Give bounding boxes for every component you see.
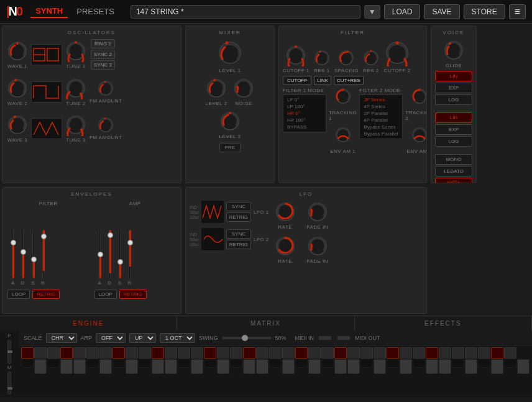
- matrix-tab[interactable]: MATRIX: [177, 316, 354, 331]
- step-2[interactable]: [34, 347, 47, 359]
- filter2-2pp[interactable]: 2P Parallel: [361, 110, 401, 117]
- tune1-knob[interactable]: [65, 40, 87, 62]
- wave3-knob[interactable]: [6, 114, 29, 136]
- tracking1-knob[interactable]: [334, 88, 352, 105]
- lin-button2[interactable]: LIN: [435, 112, 472, 123]
- step-17[interactable]: [230, 347, 242, 359]
- piano-key-b11[interactable]: [321, 359, 334, 368]
- piano-key-b16[interactable]: [478, 359, 490, 368]
- exp-button2[interactable]: EXP: [435, 124, 472, 135]
- scale-select[interactable]: CHR: [46, 333, 77, 343]
- lin-button1[interactable]: LIN: [435, 71, 472, 81]
- tracking2-knob[interactable]: [411, 88, 427, 105]
- piano-key-b15[interactable]: [452, 359, 464, 368]
- cutoff1-knob[interactable]: [285, 44, 307, 66]
- step-30[interactable]: [400, 347, 412, 359]
- amp-retrig-button[interactable]: RETRIG: [119, 290, 147, 299]
- piano-key-w8[interactable]: [191, 359, 203, 374]
- piano-key-b10[interactable]: [295, 359, 308, 368]
- piano-key-b8[interactable]: [230, 359, 242, 368]
- tab-synth[interactable]: SYNTH: [30, 5, 68, 18]
- step-24[interactable]: [321, 347, 334, 359]
- piano-key-w2[interactable]: [60, 359, 73, 374]
- piano-key-b4[interactable]: [112, 359, 125, 368]
- lfo2-sync-button[interactable]: SYNC: [226, 229, 251, 239]
- res1-knob[interactable]: [313, 49, 331, 66]
- step-21[interactable]: [282, 347, 295, 359]
- piano-key-w21[interactable]: [491, 359, 503, 374]
- envam2-knob[interactable]: [411, 126, 427, 144]
- step-35[interactable]: [465, 347, 477, 359]
- mod-slider[interactable]: [7, 372, 11, 395]
- filter-r-slider[interactable]: R: [41, 229, 45, 286]
- piano-key-w6[interactable]: [152, 359, 164, 374]
- piano-key-b6[interactable]: [178, 359, 190, 368]
- filter1-lp180[interactable]: LP 180°: [285, 103, 324, 110]
- filter1-hp0[interactable]: HP 0°: [285, 110, 324, 117]
- piano-key-w9[interactable]: [217, 359, 229, 374]
- filter-retrig-button[interactable]: RETRIG: [32, 290, 60, 299]
- piano-key-b17[interactable]: [504, 359, 516, 368]
- level1-knob[interactable]: [216, 39, 244, 66]
- amp-r-slider[interactable]: R: [127, 229, 131, 286]
- step-16[interactable]: [217, 347, 229, 359]
- level3-knob[interactable]: [219, 110, 241, 132]
- filter-d-slider[interactable]: D: [21, 229, 25, 286]
- filter2-4pp[interactable]: 4P Parallel: [361, 117, 401, 124]
- log-button1[interactable]: LOG: [435, 94, 472, 105]
- step-29[interactable]: [387, 347, 399, 359]
- cutoff2-knob[interactable]: [383, 39, 411, 66]
- step-32[interactable]: [426, 347, 438, 359]
- piano-key-w10[interactable]: [243, 359, 255, 374]
- step-33[interactable]: [439, 347, 451, 359]
- piano-key-w17[interactable]: [400, 359, 412, 374]
- piano-key-w3[interactable]: [73, 359, 86, 374]
- step-26[interactable]: [347, 347, 360, 359]
- piano-key-w1[interactable]: [34, 359, 47, 374]
- filter1-lp0[interactable]: LP 0°: [285, 96, 324, 103]
- filter-loop-button[interactable]: LOOP: [7, 290, 30, 299]
- glide-knob[interactable]: [443, 39, 465, 62]
- step-5[interactable]: [73, 347, 86, 359]
- exp-button1[interactable]: EXP: [435, 83, 472, 93]
- piano-key-w5[interactable]: [126, 359, 138, 374]
- lfo1-sync-button[interactable]: SYNC: [226, 202, 251, 211]
- piano-key-w7[interactable]: [165, 359, 177, 374]
- step-22[interactable]: [295, 347, 308, 359]
- log-button2[interactable]: LOG: [435, 136, 472, 147]
- save-button[interactable]: SAVE: [424, 4, 459, 19]
- step-19[interactable]: [256, 347, 268, 359]
- dir-select[interactable]: UP: [129, 333, 156, 343]
- amp-s-slider[interactable]: S: [118, 229, 122, 286]
- piano-key-w11[interactable]: [256, 359, 268, 374]
- step-9[interactable]: [126, 347, 138, 359]
- lfo1-retrig-button[interactable]: RETRIG: [226, 212, 251, 222]
- mono-button[interactable]: MONO: [435, 154, 472, 165]
- para-button[interactable]: PARA: [435, 178, 472, 183]
- piano-key-b1[interactable]: [21, 359, 34, 368]
- pitch-slider[interactable]: [7, 340, 11, 363]
- piano-key-w4[interactable]: [99, 359, 112, 374]
- step-25[interactable]: [334, 347, 347, 359]
- step-34[interactable]: [452, 347, 464, 359]
- step-10[interactable]: [139, 347, 151, 359]
- lfo1-rate-knob[interactable]: [274, 201, 296, 223]
- step-7[interactable]: [99, 347, 112, 359]
- step-4[interactable]: [60, 347, 73, 359]
- sync2-button[interactable]: SYNC 2: [91, 50, 115, 59]
- store-button[interactable]: STORE: [464, 4, 505, 19]
- step-6[interactable]: [86, 347, 99, 359]
- piano-key-w22[interactable]: [517, 359, 530, 374]
- step-28[interactable]: [374, 347, 386, 359]
- step-14[interactable]: [191, 347, 203, 359]
- menu-button[interactable]: ≡: [509, 4, 526, 19]
- piano-key-b13[interactable]: [387, 359, 399, 368]
- noise-knob[interactable]: [232, 77, 255, 99]
- piano-key-w18[interactable]: [426, 359, 438, 374]
- swing-slider[interactable]: [222, 337, 272, 339]
- piano-key-b14[interactable]: [413, 359, 425, 368]
- lfo2-retrig-button[interactable]: RETRIG: [226, 240, 251, 249]
- wave2-knob[interactable]: [6, 77, 29, 99]
- piano-key-b3[interactable]: [86, 359, 99, 368]
- step-18[interactable]: [243, 347, 255, 359]
